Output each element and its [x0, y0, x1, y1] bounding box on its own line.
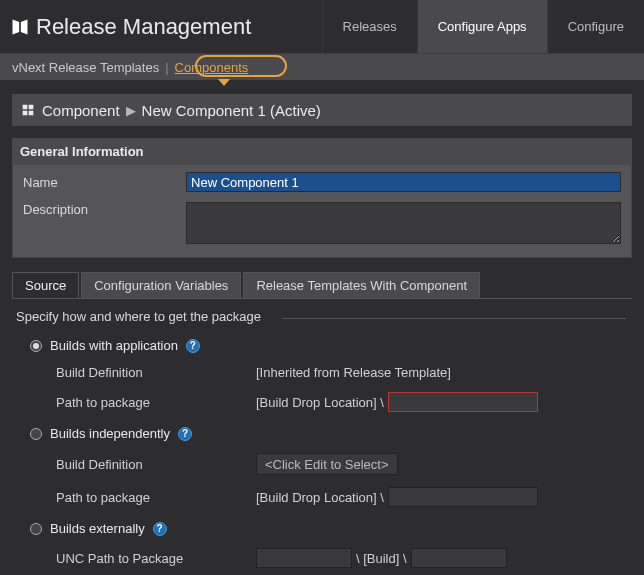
tab-source[interactable]: Source	[12, 272, 79, 298]
radio-builds-with-app-label: Builds with application	[50, 338, 178, 353]
content-area: Component ▶ New Component 1 (Active) Gen…	[0, 80, 644, 568]
breadcrumb: Component ▶ New Component 1 (Active)	[12, 94, 632, 126]
tab-release-templates[interactable]: Release Templates With Component	[243, 272, 480, 298]
radio-builds-with-app[interactable]	[30, 340, 42, 352]
radio-builds-externally-row: Builds externally ?	[30, 521, 632, 536]
opt3-unc-input-1[interactable]	[256, 548, 352, 568]
opt3-unc-input-2[interactable]	[411, 548, 507, 568]
opt1-builddef-value: [Inherited from Release Template]	[256, 365, 451, 380]
radio-builds-externally[interactable]	[30, 523, 42, 535]
general-form: Name Description	[12, 165, 632, 258]
help-icon[interactable]: ?	[178, 427, 192, 441]
opt3-build-token: \ [Build] \	[356, 551, 407, 566]
opt1-builddef-label: Build Definition	[56, 365, 256, 380]
subnav-components[interactable]: Components	[175, 60, 249, 75]
help-icon[interactable]: ?	[153, 522, 167, 536]
titlebar: Release Management Releases Configure Ap…	[0, 0, 644, 54]
name-label: Name	[23, 175, 186, 190]
radio-builds-independently-label: Builds independently	[50, 426, 170, 441]
primary-tabs: Releases Configure Apps Configure	[322, 0, 644, 53]
description-label: Description	[23, 202, 186, 217]
source-legend: Specify how and where to get the package	[16, 309, 632, 324]
component-icon	[20, 102, 36, 118]
tab-config-variables[interactable]: Configuration Variables	[81, 272, 241, 298]
subnav: vNext Release Templates | Components	[0, 54, 644, 80]
fieldset-line	[282, 318, 626, 319]
opt1-path-input[interactable]	[388, 392, 538, 412]
opt2-path-prefix: [Build Drop Location] \	[256, 490, 384, 505]
radio-builds-independently[interactable]	[30, 428, 42, 440]
source-fieldset: Specify how and where to get the package	[12, 309, 632, 324]
radio-builds-externally-label: Builds externally	[50, 521, 145, 536]
subnav-templates[interactable]: vNext Release Templates	[12, 60, 159, 75]
breadcrumb-current: New Component 1 (Active)	[142, 102, 321, 119]
chevron-right-icon: ▶	[126, 103, 136, 118]
subnav-divider: |	[165, 60, 168, 75]
radio-builds-with-app-row: Builds with application ?	[30, 338, 632, 353]
opt1-path-prefix: [Build Drop Location] \	[256, 395, 384, 410]
app-title: Release Management	[36, 14, 251, 40]
name-input[interactable]	[186, 172, 621, 192]
section-general-header: General Information	[12, 138, 632, 165]
tab-releases[interactable]: Releases	[322, 0, 417, 53]
help-icon[interactable]: ?	[186, 339, 200, 353]
description-input[interactable]	[186, 202, 621, 244]
opt2-path-label: Path to package	[56, 490, 256, 505]
app-logo	[0, 17, 30, 37]
detail-tabs: Source Configuration Variables Release T…	[12, 272, 632, 299]
opt3-unc-label: UNC Path to Package	[56, 551, 256, 566]
tab-configure-apps[interactable]: Configure Apps	[417, 0, 547, 53]
breadcrumb-root[interactable]: Component	[42, 102, 120, 119]
highlight-arrow-icon	[218, 79, 230, 86]
tab-configure[interactable]: Configure	[547, 0, 644, 53]
opt2-builddef-select[interactable]: <Click Edit to Select>	[256, 453, 398, 475]
opt2-path-input[interactable]	[388, 487, 538, 507]
opt2-builddef-label: Build Definition	[56, 457, 256, 472]
opt1-path-label: Path to package	[56, 395, 256, 410]
radio-builds-independently-row: Builds independently ?	[30, 426, 632, 441]
